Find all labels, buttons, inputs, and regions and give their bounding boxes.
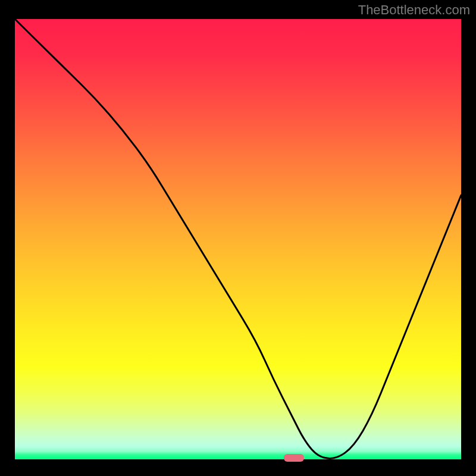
optimum-marker <box>284 454 304 462</box>
watermark-text: TheBottleneck.com <box>358 2 470 18</box>
chart-container: TheBottleneck.com <box>0 0 476 476</box>
plot-area <box>15 19 461 459</box>
line-curve <box>15 19 461 459</box>
